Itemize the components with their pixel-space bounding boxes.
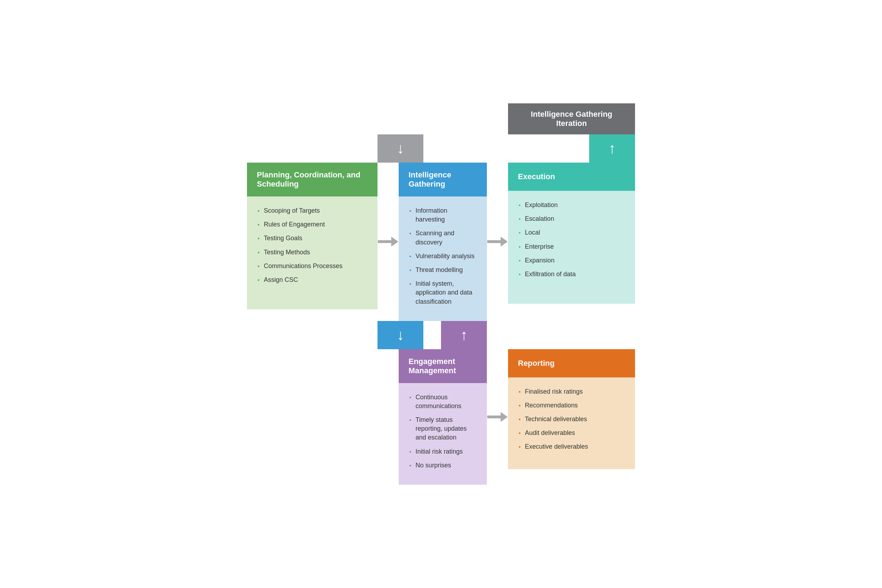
arrow-head bbox=[501, 412, 508, 422]
col-intelligence: Intelligence Gathering Information harve… bbox=[399, 163, 487, 321]
arrow-right-icon bbox=[487, 237, 508, 246]
col-intelligence-body: Information harvesting Scanning and disc… bbox=[399, 196, 487, 321]
arrow-head bbox=[391, 237, 398, 246]
list-item: Technical deliverables bbox=[519, 415, 624, 424]
arrow-row-middle-spacer bbox=[423, 134, 589, 163]
bottom-row: Engagement Management Continuous communi… bbox=[247, 349, 635, 484]
up-arrow-icon: ↑ bbox=[609, 141, 616, 156]
col-planning-title: Planning, Coordination, and Scheduling bbox=[257, 170, 368, 189]
col-engagement: Engagement Management Continuous communi… bbox=[399, 349, 487, 484]
arrow-row-left-spacer bbox=[247, 134, 378, 163]
list-item: Timely status reporting, updates and esc… bbox=[409, 416, 476, 442]
list-item: Assign CSC bbox=[258, 276, 367, 284]
arrow-up-purple: ↑ bbox=[441, 321, 487, 349]
col-intelligence-header: Intelligence Gathering bbox=[399, 163, 487, 196]
list-item: Recommendations bbox=[519, 401, 624, 410]
list-item: Testing Goals bbox=[258, 234, 367, 243]
col-reporting-list: Finalised risk ratings Recommendations T… bbox=[519, 387, 624, 452]
col-intelligence-title: Intelligence Gathering bbox=[408, 170, 477, 189]
top-bar-label: Intelligence Gathering Iteration bbox=[531, 110, 612, 128]
list-item: Local bbox=[519, 228, 624, 237]
bottom-right-spacer bbox=[487, 321, 635, 349]
list-item: Threat modelling bbox=[409, 266, 476, 274]
list-item: Scooping of Targets bbox=[258, 206, 367, 215]
col-execution-title: Execution bbox=[518, 172, 555, 181]
arrow-down-blue: ↓ bbox=[378, 321, 423, 349]
arrow-engagement-to-reporting bbox=[487, 349, 508, 484]
col-engagement-title: Engagement Management bbox=[408, 357, 477, 375]
list-item: Enterprise bbox=[519, 242, 624, 251]
arrow-right-icon bbox=[487, 412, 508, 422]
down-arrow-icon: ↓ bbox=[397, 141, 404, 156]
list-item: No surprises bbox=[409, 461, 476, 470]
arrow-right-icon bbox=[378, 237, 398, 246]
arrow-down-gray: ↓ bbox=[378, 134, 423, 163]
bottom-arrow-left-spacer bbox=[247, 321, 378, 349]
col-planning: Planning, Coordination, and Scheduling S… bbox=[247, 163, 378, 321]
list-item: Escalation bbox=[519, 214, 624, 223]
col-execution-header: Execution bbox=[508, 163, 635, 191]
arrow-intelligence-to-execution bbox=[487, 163, 508, 321]
list-item: Scanning and discovery bbox=[409, 229, 476, 246]
arrow-body bbox=[487, 416, 501, 418]
col-reporting-body: Finalised risk ratings Recommendations T… bbox=[508, 377, 635, 469]
col-execution-list: Exploitation Escalation Local Enterprise… bbox=[519, 201, 624, 279]
bottom-left-spacer bbox=[247, 349, 399, 484]
list-item: Continuous communications bbox=[409, 393, 476, 411]
col-planning-body: Scooping of Targets Rules of Engagement … bbox=[247, 196, 378, 309]
col-planning-list: Scooping of Targets Rules of Engagement … bbox=[258, 206, 367, 284]
list-item: Rules of Engagement bbox=[258, 220, 367, 229]
arrow-planning-to-intelligence bbox=[378, 163, 399, 321]
arrow-up-teal: ↑ bbox=[589, 134, 635, 163]
col-planning-header: Planning, Coordination, and Scheduling bbox=[247, 163, 378, 196]
list-item: Information harvesting bbox=[409, 206, 476, 224]
arrow-row-top: ↓ ↑ bbox=[247, 134, 635, 163]
arrow-body bbox=[487, 240, 501, 243]
col-reporting: Reporting Finalised risk ratings Recomme… bbox=[508, 349, 635, 484]
diagram-container: Intelligence Gathering Iteration ↓ ↑ Pla… bbox=[247, 104, 635, 484]
list-item: Vulnerability analysis bbox=[409, 252, 476, 261]
arrow-body bbox=[378, 240, 391, 243]
col-reporting-title: Reporting bbox=[518, 359, 555, 368]
up-arrow-purple-icon: ↑ bbox=[460, 327, 468, 344]
list-item: Exploitation bbox=[519, 201, 624, 210]
list-item: Communications Processes bbox=[258, 262, 367, 270]
arrow-row-bottom: ↓ ↑ bbox=[247, 321, 635, 349]
col-execution: Execution Exploitation Escalation Local … bbox=[508, 163, 635, 321]
list-item: Initial risk ratings bbox=[409, 447, 476, 456]
list-item: Executive deliverables bbox=[519, 442, 624, 451]
col-reporting-header: Reporting bbox=[508, 349, 635, 377]
bottom-arrow-mid-spacer bbox=[423, 321, 441, 349]
main-row: Planning, Coordination, and Scheduling S… bbox=[247, 163, 635, 321]
top-bar: Intelligence Gathering Iteration bbox=[508, 104, 635, 134]
col-execution-body: Exploitation Escalation Local Enterprise… bbox=[508, 191, 635, 304]
list-item: Testing Methods bbox=[258, 248, 367, 257]
col-engagement-body: Continuous communications Timely status … bbox=[399, 383, 487, 484]
list-item: Initial system, application and data cla… bbox=[409, 279, 476, 306]
list-item: Expansion bbox=[519, 256, 624, 265]
col-engagement-header: Engagement Management bbox=[399, 349, 487, 383]
list-item: Audit deliverables bbox=[519, 429, 624, 437]
down-arrow-blue-icon: ↓ bbox=[397, 327, 404, 344]
col-intelligence-list: Information harvesting Scanning and disc… bbox=[409, 206, 476, 306]
list-item: Exfiltration of data bbox=[519, 270, 624, 279]
col-engagement-list: Continuous communications Timely status … bbox=[409, 393, 476, 470]
arrow-head bbox=[501, 237, 508, 246]
list-item: Finalised risk ratings bbox=[519, 387, 624, 396]
